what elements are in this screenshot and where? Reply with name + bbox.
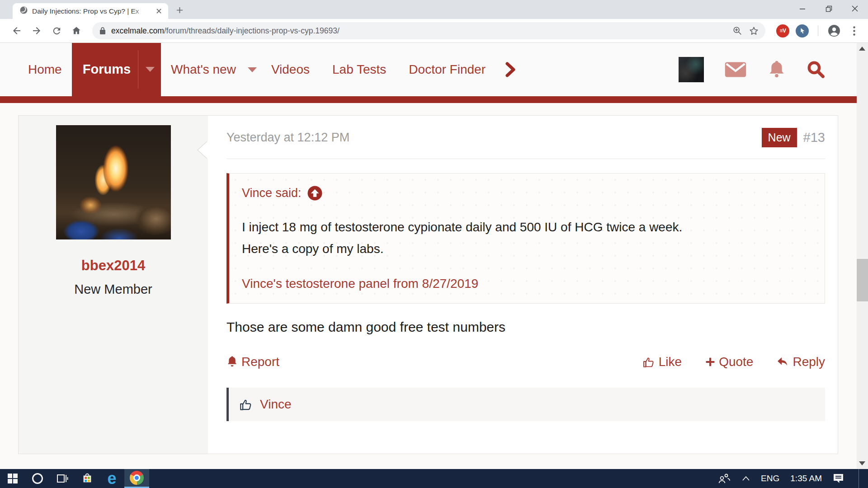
nav-item-lab-tests[interactable]: Lab Tests xyxy=(326,43,396,96)
tray-expand-caret-icon[interactable] xyxy=(742,476,750,481)
quote-attribution-link[interactable]: Vince said: xyxy=(242,186,302,200)
like-thumb-icon xyxy=(643,356,655,368)
forum-post: bbex2014 New Member Yesterday at 12:12 P… xyxy=(18,115,838,454)
bookmark-star-icon[interactable] xyxy=(749,26,759,36)
quoted-lab-panel-link[interactable]: Vince's testosterone panel from 8/27/201… xyxy=(242,277,478,291)
show-desktop-button[interactable] xyxy=(859,469,862,488)
post-number-link[interactable]: #13 xyxy=(803,130,825,145)
browser-menu-icon[interactable] xyxy=(845,22,863,39)
report-button[interactable]: Report xyxy=(226,355,279,369)
reload-button[interactable] xyxy=(48,22,65,39)
url-path: /forum/threads/daily-injections-prop-vs-… xyxy=(164,26,340,35)
tab-close-icon[interactable] xyxy=(154,6,164,16)
action-center-icon[interactable] xyxy=(833,473,844,484)
https-lock-icon[interactable] xyxy=(99,27,106,35)
page-scrollbar[interactable] xyxy=(857,43,868,469)
url-bar[interactable]: excelmale.com/forum/threads/daily-inject… xyxy=(92,22,765,39)
post-author-avatar[interactable] xyxy=(56,125,171,239)
post-header: Yesterday at 12:12 PM New #13 xyxy=(226,116,825,159)
restore-button[interactable] xyxy=(816,0,842,17)
system-tray: ENG 1:35 AM xyxy=(717,469,868,488)
quote-block: Vince said: I inject 18 mg of testostero… xyxy=(226,173,825,304)
nav-item-videos[interactable]: Videos xyxy=(265,43,320,96)
profile-button[interactable] xyxy=(826,22,843,39)
nav-item-whats-new[interactable]: What's new xyxy=(165,43,242,96)
likes-thumb-icon xyxy=(240,398,253,411)
post-author-title: New Member xyxy=(74,282,152,297)
home-button[interactable] xyxy=(68,22,85,39)
post-actions: Report Like Quote xyxy=(226,355,825,369)
new-badge: New xyxy=(762,128,797,147)
quote-text-line1: I inject 18 mg of testosterone cypionate… xyxy=(242,216,811,238)
subnav-strip xyxy=(0,96,857,103)
nav-item-home[interactable]: Home xyxy=(22,43,68,96)
tab-title: Daily Injections: Prop vs Cyp? | Ex xyxy=(32,7,139,15)
forums-dropdown-icon[interactable] xyxy=(146,67,155,72)
scrollbar-thumb[interactable] xyxy=(857,259,868,301)
chrome-icon xyxy=(130,471,144,485)
site-navbar: Home Forums What's new Videos Lab Tests … xyxy=(0,43,857,96)
clock[interactable]: 1:35 AM xyxy=(790,474,822,483)
messages-envelope-icon[interactable] xyxy=(725,61,746,78)
start-button[interactable] xyxy=(0,469,25,488)
whats-new-dropdown-icon[interactable] xyxy=(248,67,257,72)
like-button[interactable]: Like xyxy=(643,355,682,369)
vpn-extension-icon[interactable]: ≡V xyxy=(776,24,789,38)
forward-button[interactable] xyxy=(28,22,45,39)
window-controls xyxy=(789,0,868,17)
site-page: Home Forums What's new Videos Lab Tests … xyxy=(0,43,868,469)
url-domain: excelmale.com xyxy=(111,26,164,35)
windows-taskbar: e ENG 1:35 AM xyxy=(0,469,868,488)
nav-overflow-chevron-icon[interactable] xyxy=(505,62,516,77)
store-button[interactable] xyxy=(75,469,99,488)
liker-link[interactable]: Vince xyxy=(260,397,292,412)
scrollbar-up-icon[interactable] xyxy=(859,47,865,51)
browser-tab-strip: Daily Injections: Prop vs Cyp? | Ex xyxy=(0,0,868,19)
zoom-page-icon[interactable] xyxy=(732,26,742,36)
nav-item-forums-active[interactable]: Forums xyxy=(72,43,161,103)
post-body-text: Those are some damn good free test numbe… xyxy=(226,319,825,335)
post-content: Yesterday at 12:12 PM New #13 Vince said… xyxy=(208,116,838,454)
site-favicon-globe-icon xyxy=(20,6,28,16)
edge-button[interactable]: e xyxy=(99,469,124,488)
screen: Daily Injections: Prop vs Cyp? | Ex xyxy=(0,0,868,488)
toolbar-divider xyxy=(818,25,818,36)
nav-item-doctor-finder[interactable]: Doctor Finder xyxy=(402,43,495,96)
nav-user-avatar[interactable] xyxy=(679,57,704,82)
quote-plus-icon xyxy=(705,357,715,367)
post-author-panel: bbex2014 New Member xyxy=(19,116,208,454)
cursor-extension-icon[interactable] xyxy=(796,24,809,38)
close-button[interactable] xyxy=(842,0,868,17)
task-view-button[interactable] xyxy=(50,469,75,488)
new-tab-button[interactable] xyxy=(173,3,186,17)
report-bell-icon xyxy=(226,355,238,369)
windows-logo-icon xyxy=(8,474,18,483)
edge-icon: e xyxy=(107,470,116,487)
people-icon[interactable] xyxy=(717,473,731,484)
reply-button[interactable]: Reply xyxy=(777,355,825,369)
post-date[interactable]: Yesterday at 12:12 PM xyxy=(226,131,349,145)
likes-bar: Vince xyxy=(226,388,825,421)
cortana-ring-icon xyxy=(32,473,43,484)
post-author-username[interactable]: bbex2014 xyxy=(81,258,145,274)
goto-quoted-post-icon[interactable] xyxy=(307,186,322,201)
chrome-button-active[interactable] xyxy=(124,469,149,488)
alerts-bell-icon[interactable] xyxy=(767,60,786,80)
reply-arrow-icon xyxy=(777,357,789,367)
browser-toolbar: excelmale.com/forum/threads/daily-inject… xyxy=(0,19,868,43)
quote-button[interactable]: Quote xyxy=(705,355,753,369)
back-button[interactable] xyxy=(8,22,25,39)
cortana-button[interactable] xyxy=(25,469,50,488)
browser-tab[interactable]: Daily Injections: Prop vs Cyp? | Ex xyxy=(13,3,168,19)
language-indicator[interactable]: ENG xyxy=(761,474,779,483)
minimize-button[interactable] xyxy=(789,0,816,17)
message-pointer xyxy=(198,141,208,159)
quote-text-line2: Here's a copy of my labs. xyxy=(242,238,811,260)
search-icon[interactable] xyxy=(807,61,825,79)
scrollbar-down-icon[interactable] xyxy=(859,461,865,465)
